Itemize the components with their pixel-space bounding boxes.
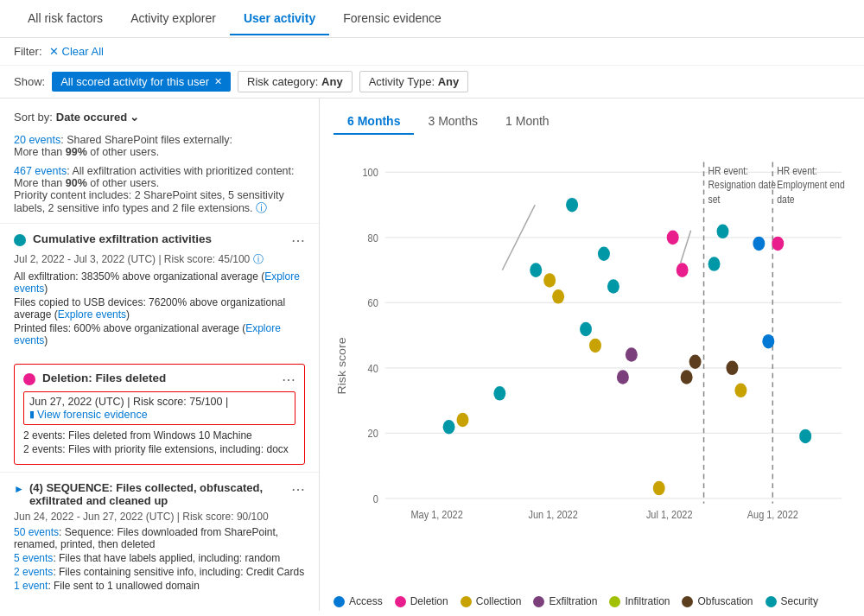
dot-2[interactable] (457, 413, 469, 428)
deletion-detail-2: 2 events: Files with priority file exten… (23, 443, 295, 455)
legend-deletion: Deletion (395, 595, 448, 607)
tab-1-month[interactable]: 1 Month (492, 109, 563, 135)
svg-text:Employment end: Employment end (777, 179, 844, 190)
dot-11[interactable] (607, 279, 619, 294)
top-nav: All risk factors Activity explorer User … (0, 0, 864, 38)
legend-dot-access (334, 596, 345, 607)
card-meta-cumulative: Jul 2, 2022 - Jul 3, 2022 (UTC) | Risk s… (14, 252, 305, 267)
events-link-20[interactable]: 20 events (14, 134, 60, 146)
svg-text:Aug 1, 2022: Aug 1, 2022 (747, 509, 798, 522)
card-menu-deletion-icon[interactable]: ⋯ (282, 372, 295, 388)
svg-text:Jul 1, 2022: Jul 1, 2022 (646, 509, 693, 522)
show-pill-close-icon[interactable]: ✕ (214, 76, 222, 87)
tab-3-months[interactable]: 3 Months (414, 109, 492, 135)
dot-19[interactable] (708, 257, 721, 271)
svg-text:20: 20 (368, 427, 378, 440)
right-panel: 6 Months 3 Months 1 Month Risk score 100… (320, 98, 864, 611)
tab-6-months[interactable]: 6 Months (334, 109, 414, 135)
left-panel: Sort by: Date occured ⌄ 20 events: Share… (0, 98, 320, 611)
show-pill[interactable]: All scored activity for this user ✕ (52, 72, 231, 92)
tab-user-activity[interactable]: User activity (230, 3, 329, 35)
dot-13[interactable] (626, 347, 638, 362)
explore-events-link-1[interactable]: Explore events (14, 270, 300, 295)
risk-category-pill[interactable]: Risk category: Any (238, 71, 353, 92)
dot-7[interactable] (566, 198, 578, 213)
chevron-right-icon[interactable]: ► (14, 483, 24, 495)
dot-22[interactable] (734, 384, 746, 398)
tab-all-risk-factors[interactable]: All risk factors (14, 3, 117, 35)
sort-row: Sort by: Date occured ⌄ (0, 105, 319, 129)
dot-1[interactable] (443, 420, 455, 435)
sort-value[interactable]: Date occured ⌄ (56, 111, 139, 124)
legend-dot-collection (461, 596, 472, 607)
explore-events-link-3[interactable]: Explore events (14, 322, 281, 346)
deletion-detail-1: 2 events: Files deleted from Windows 10 … (23, 429, 295, 441)
sequence-menu-icon[interactable]: ⋯ (291, 481, 305, 498)
card-title-cumulative: Cumulative exfiltration activities (33, 232, 284, 245)
legend-label-access: Access (349, 595, 383, 607)
dot-23[interactable] (753, 237, 765, 251)
dot-6[interactable] (552, 289, 564, 304)
meta-info-icon[interactable]: ⓘ (253, 253, 264, 265)
legend-label-deletion: Deletion (410, 595, 448, 607)
legend-access: Access (334, 595, 383, 607)
events-link-467[interactable]: 467 events (14, 165, 67, 177)
legend-label-infiltration: Infiltration (625, 595, 670, 607)
view-forensic-evidence-link[interactable]: View forensic evidence (37, 409, 148, 421)
card-wrapper-deletion: Deletion: Files deleted ⋯ Jun 27, 2022 (… (0, 357, 319, 472)
dot-18[interactable] (689, 355, 702, 370)
chart-svg: Risk score 100 80 60 40 20 0 May 1, 2022 (334, 142, 850, 590)
dot-17[interactable] (681, 370, 693, 384)
pill-row: Show: All scored activity for this user … (0, 66, 864, 98)
activity-type-value: Any (438, 75, 460, 88)
legend: Access Deletion Collection Exfiltration … (334, 590, 850, 611)
card-menu-icon[interactable]: ⋯ (291, 232, 305, 249)
dot-14[interactable] (653, 481, 665, 496)
show-value: All scored activity for this user (60, 75, 209, 88)
legend-dot-infiltration (609, 596, 620, 607)
info-icon[interactable]: ⓘ (256, 202, 267, 214)
sort-value-text: Date occured (56, 111, 127, 124)
dot-9[interactable] (589, 339, 601, 353)
clear-all-label: Clear All (62, 45, 104, 58)
card-dot-pink (23, 373, 35, 385)
dot-16[interactable] (677, 263, 689, 277)
filter-bar: Filter: ✕ Clear All (0, 38, 864, 66)
seq-link-1[interactable]: 1 event (14, 580, 48, 592)
legend-dot-deletion (395, 596, 406, 607)
dot-5[interactable] (543, 273, 556, 288)
dot-25[interactable] (772, 237, 784, 251)
time-tabs: 6 Months 3 Months 1 Month (334, 109, 850, 135)
tab-activity-explorer[interactable]: Activity explorer (117, 3, 230, 35)
card-detail-1: All exfiltration: 38350% above organizat… (14, 270, 305, 295)
seq-link-50[interactable]: 50 events (14, 526, 59, 538)
activity-type-pill[interactable]: Activity Type: Any (359, 71, 469, 92)
clear-all-button[interactable]: ✕ Clear All (49, 45, 104, 58)
dot-15[interactable] (667, 231, 679, 245)
dot-8[interactable] (580, 322, 592, 337)
legend-exfiltration: Exfiltration (533, 595, 597, 607)
dot-10[interactable] (598, 246, 610, 261)
tab-forensic-evidence[interactable]: Forensic evidence (329, 3, 455, 35)
dot-24[interactable] (762, 334, 774, 349)
sequence-detail-3: 2 events: Files containing sensitive inf… (14, 566, 305, 578)
explore-events-link-2[interactable]: Explore events (58, 308, 126, 321)
dot-3[interactable] (493, 386, 505, 401)
dot-20[interactable] (717, 225, 729, 239)
show-label: Show: (14, 75, 45, 88)
dot-21[interactable] (726, 361, 738, 376)
svg-text:40: 40 (368, 362, 378, 375)
svg-text:Resignation date: Resignation date (708, 179, 776, 190)
dot-4[interactable] (530, 263, 542, 277)
seq-link-5[interactable]: 5 events (14, 552, 53, 564)
dot-26[interactable] (799, 429, 811, 444)
legend-collection: Collection (461, 595, 522, 607)
svg-text:100: 100 (363, 166, 379, 179)
svg-text:Jun 1, 2022: Jun 1, 2022 (529, 509, 579, 522)
dot-12[interactable] (617, 370, 629, 384)
legend-label-security: Security (781, 595, 818, 607)
deletion-meta-text: Jun 27, 2022 (UTC) | Risk score: 75/100 … (29, 396, 228, 408)
legend-security: Security (766, 595, 818, 607)
legend-label-obfuscation: Obfuscation (697, 595, 753, 607)
seq-link-2[interactable]: 2 events (14, 566, 53, 578)
